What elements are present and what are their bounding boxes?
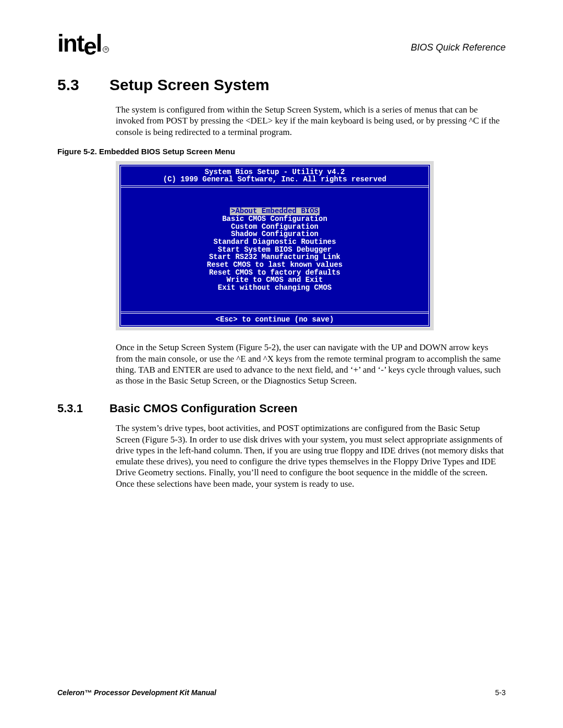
bios-menu: >About Embedded BIOS Basic CMOS Configur… <box>121 188 429 312</box>
bios-screen: System Bios Setup - Utility v4.2 (C) 199… <box>119 164 431 328</box>
logo-text-1: int <box>57 30 83 57</box>
section-title: Setup Screen System <box>109 76 270 93</box>
bios-menu-item: Start RS232 Manufacturing Link <box>121 253 429 261</box>
bios-menu-item: Custom Configuration <box>121 223 429 231</box>
bios-footer-hint: <Esc> to continue (no save) <box>121 312 429 326</box>
subsection-paragraph: The system’s drive types, boot activitie… <box>116 423 506 489</box>
bios-menu-item: Shadow Configuration <box>121 230 429 238</box>
bios-screenshot-frame: System Bios Setup - Utility v4.2 (C) 199… <box>116 161 434 331</box>
section-paragraph-1: The system is configured from within the… <box>116 104 506 138</box>
subsection-heading: 5.3.1Basic CMOS Configuration Screen <box>57 402 506 415</box>
section-paragraph-2: Once in the Setup Screen System (Figure … <box>116 342 506 386</box>
bios-menu-item: Standard Diagnostic Routines <box>121 238 429 246</box>
bios-menu-item: Reset CMOS to last known values <box>121 261 429 269</box>
logo-text-3: l <box>96 30 102 57</box>
bios-menu-item: Exit without changing CMOS <box>121 284 429 292</box>
logo-text-2: e <box>83 34 96 58</box>
subsection-body: The system’s drive types, boot activitie… <box>116 423 506 489</box>
page-footer: Celeron™ Processor Development Kit Manua… <box>57 688 506 697</box>
intel-logo: intelR <box>57 31 109 55</box>
bios-title-line-1: System Bios Setup - Utility v4.2 <box>121 168 429 176</box>
page: intelR BIOS Quick Reference 5.3Setup Scr… <box>0 0 563 728</box>
section-number: 5.3 <box>57 76 109 94</box>
bios-title-bar: System Bios Setup - Utility v4.2 (C) 199… <box>121 166 429 188</box>
bios-title-line-2: (C) 1999 General Software, Inc. All righ… <box>121 176 429 183</box>
footer-page-number: 5-3 <box>495 688 506 697</box>
bios-menu-item: Write to CMOS and Exit <box>121 276 429 284</box>
footer-doc-title: Celeron™ Processor Development Kit Manua… <box>57 688 216 697</box>
subsection-number: 5.3.1 <box>57 402 109 415</box>
header-chapter-title: BIOS Quick Reference <box>411 42 506 55</box>
page-header: intelR BIOS Quick Reference <box>57 31 506 55</box>
bios-menu-item: Reset CMOS to factory defaults <box>121 269 429 277</box>
bios-menu-item: Start System BIOS Debugger <box>121 246 429 254</box>
section-heading: 5.3Setup Screen System <box>57 76 506 94</box>
section-body-2: Once in the Setup Screen System (Figure … <box>116 342 506 386</box>
bios-menu-item-selected: >About Embedded BIOS <box>230 207 320 215</box>
subsection-title: Basic CMOS Configuration Screen <box>109 402 298 415</box>
bios-menu-item: Basic CMOS Configuration <box>121 215 429 223</box>
section-body: The system is configured from within the… <box>116 104 506 138</box>
figure-caption: Figure 5-2. Embedded BIOS Setup Screen M… <box>57 147 506 156</box>
registered-icon: R <box>103 46 109 53</box>
